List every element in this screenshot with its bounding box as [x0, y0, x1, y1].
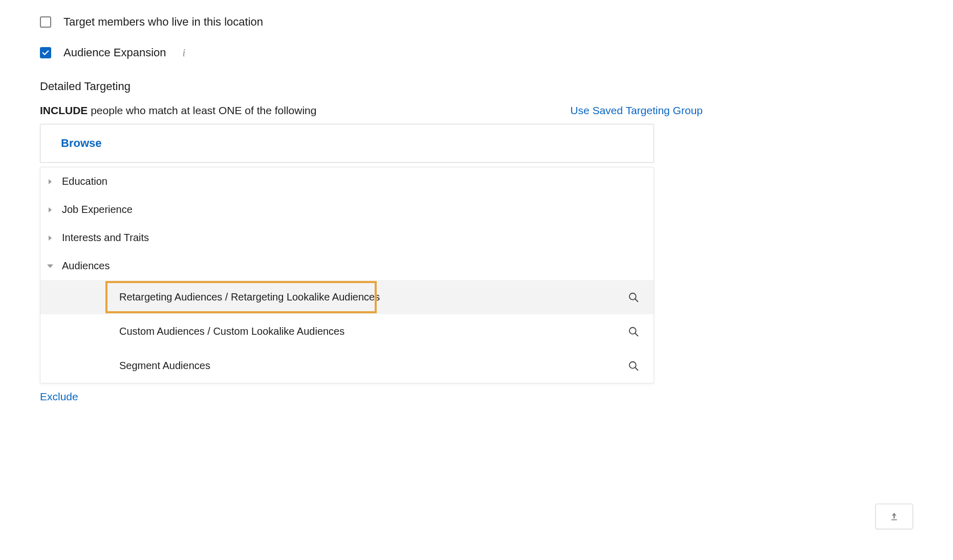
audience-child-retargeting[interactable]: Retargeting Audiences / Retargeting Look…	[40, 280, 654, 314]
tree-label: Job Experience	[62, 204, 133, 216]
audience-child-label: Retargeting Audiences / Retargeting Look…	[119, 291, 380, 303]
tree-item-education[interactable]: Education	[40, 167, 654, 196]
browse-box[interactable]: Browse	[40, 124, 654, 163]
audience-expansion-label: Audience Expansion	[63, 46, 166, 59]
svg-line-3	[635, 333, 638, 336]
target-location-label: Target members who live in this location	[63, 15, 263, 29]
svg-line-1	[635, 298, 638, 301]
chevron-down-icon	[47, 263, 54, 270]
browse-link[interactable]: Browse	[61, 137, 101, 149]
search-icon[interactable]	[628, 360, 639, 372]
info-icon[interactable]: i	[183, 47, 186, 59]
exclude-link[interactable]: Exclude	[40, 391, 78, 403]
tree-item-job-experience[interactable]: Job Experience	[40, 196, 654, 224]
tree-item-interests-traits[interactable]: Interests and Traits	[40, 224, 654, 252]
tree-label: Education	[62, 176, 107, 187]
target-location-row: Target members who live in this location	[40, 15, 913, 29]
audience-expansion-row: Audience Expansion i	[40, 46, 913, 59]
tree-item-audiences[interactable]: Audiences	[40, 252, 654, 280]
include-row: INCLUDE people who match at least ONE of…	[40, 104, 703, 117]
audience-child-custom[interactable]: Custom Audiences / Custom Lookalike Audi…	[40, 314, 654, 349]
search-icon[interactable]	[628, 326, 639, 337]
chevron-right-icon	[47, 178, 54, 185]
targeting-dropdown-panel: Education Job Experience Interests and T…	[40, 167, 654, 383]
tree-label: Audiences	[62, 260, 110, 272]
detailed-targeting-heading: Detailed Targeting	[40, 80, 913, 93]
chevron-right-icon	[47, 206, 54, 213]
bottom-row: Exclude	[40, 391, 654, 403]
search-icon[interactable]	[628, 292, 639, 303]
tree-label: Interests and Traits	[62, 232, 149, 244]
include-bold: INCLUDE	[40, 104, 88, 116]
audience-child-label: Custom Audiences / Custom Lookalike Audi…	[119, 326, 344, 337]
audience-child-label: Segment Audiences	[119, 360, 210, 372]
include-text: INCLUDE people who match at least ONE of…	[40, 104, 316, 117]
chevron-right-icon	[47, 234, 54, 242]
include-rest: people who match at least ONE of the fol…	[88, 104, 316, 116]
svg-line-5	[635, 367, 638, 370]
target-location-checkbox[interactable]	[40, 16, 51, 28]
audience-child-segment[interactable]: Segment Audiences	[40, 349, 654, 383]
use-saved-targeting-link[interactable]: Use Saved Targeting Group	[570, 104, 703, 117]
audience-expansion-checkbox[interactable]	[40, 47, 51, 58]
